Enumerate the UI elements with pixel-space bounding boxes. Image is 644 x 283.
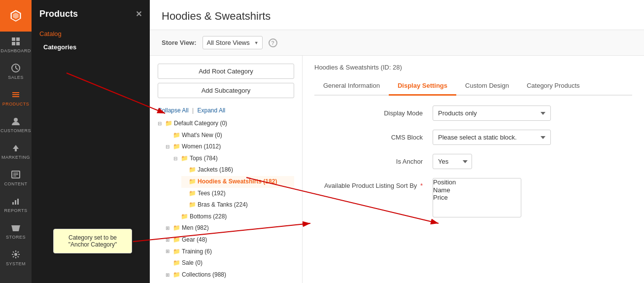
svg-line-7 <box>16 68 18 70</box>
sort-by-control: Position Name Price <box>433 178 632 217</box>
tab-display-settings[interactable]: Display Settings <box>389 77 456 96</box>
svg-rect-1 <box>12 37 15 41</box>
tree-item-promotions[interactable]: ⊞ 📁 Promotions (655) <box>166 281 294 283</box>
tree-item-jackets[interactable]: 📁 Jackets (186) <box>181 164 294 176</box>
sidebar-title: Products <box>39 9 78 19</box>
expand-all-link[interactable]: Expand All <box>198 107 226 114</box>
collapse-all-link[interactable]: Collapse All <box>158 107 189 114</box>
tree-links: Collapse All | Expand All <box>158 107 294 114</box>
page-title: Hoodies & Sweatshirts <box>150 0 644 30</box>
anchor-callout: Category set to be "Anchor Category" <box>53 229 132 253</box>
category-tree: ⊟ 📁 Default Category (0) 📁 What's New (0… <box>158 118 294 283</box>
sidebar-item-catalog[interactable]: Catalog <box>32 25 150 40</box>
content-area: Add Root Category Add Subcategory Collap… <box>150 56 644 283</box>
tree-item-bottoms[interactable]: 📁 Bottoms (228) <box>173 211 294 223</box>
svg-point-17 <box>14 253 17 256</box>
is-anchor-label: Is Anchor <box>314 154 423 165</box>
cms-block-row: CMS Block Please select a static block. <box>314 130 632 145</box>
toolbar: Store View: All Store Views ? <box>150 30 644 56</box>
nav-item-marketing[interactable]: MARKETING <box>0 138 32 165</box>
tab-general-information[interactable]: General Information <box>314 77 389 96</box>
right-panel: Hoodies & Sweatshirts (ID: 28) General I… <box>303 56 644 283</box>
category-id-title: Hoodies & Sweatshirts (ID: 28) <box>314 64 632 71</box>
tree-item-training[interactable]: ⊞ 📁 Training (6) <box>166 246 294 258</box>
help-icon[interactable]: ? <box>269 38 277 47</box>
tree-item-whatsnew[interactable]: 📁 What's New (0) <box>166 130 294 142</box>
logo <box>0 0 32 32</box>
tree-item-bras[interactable]: 📁 Bras & Tanks (224) <box>181 199 294 211</box>
main-content: Hoodies & Sweatshirts Store View: All St… <box>150 0 644 283</box>
display-mode-select[interactable]: Products only <box>433 106 551 121</box>
sort-by-row: Available Product Listing Sort By * Posi… <box>314 178 632 217</box>
nav-item-reports[interactable]: REPORTS <box>0 191 32 218</box>
sort-by-listbox[interactable]: Position Name Price <box>433 178 521 217</box>
nav-item-sales[interactable]: SALES <box>0 58 32 85</box>
tree-panel: Add Root Category Add Subcategory Collap… <box>150 56 303 283</box>
tab-bar: General Information Display Settings Cus… <box>314 77 632 96</box>
cms-block-label: CMS Block <box>314 130 423 141</box>
cms-block-select[interactable]: Please select a static block. <box>433 130 551 145</box>
tree-item-tees[interactable]: 📁 Tees (192) <box>181 188 294 200</box>
tab-category-products[interactable]: Category Products <box>518 77 589 96</box>
tree-item-sale[interactable]: 📁 Sale (0) <box>166 257 294 269</box>
display-mode-control: Products only <box>433 106 632 121</box>
nav-item-content[interactable]: CONTENT <box>0 165 32 191</box>
svg-rect-16 <box>17 199 19 205</box>
tree-item-collections[interactable]: ⊞ 📁 Collections (988) <box>166 269 294 281</box>
nav-item-system[interactable]: SYSTEM <box>0 245 32 271</box>
svg-rect-15 <box>15 200 16 205</box>
add-subcategory-button[interactable]: Add Subcategory <box>158 83 294 98</box>
sidebar-header: Products ✕ <box>32 0 150 25</box>
svg-rect-14 <box>12 202 14 205</box>
svg-rect-4 <box>16 42 20 45</box>
svg-rect-9 <box>15 149 17 151</box>
store-view-select-wrapper: All Store Views <box>203 36 263 49</box>
tab-custom-design[interactable]: Custom Design <box>456 77 518 96</box>
icon-nav: DASHBOARD SALES PRODUCTS CUSTOMERS MARKE… <box>0 0 32 283</box>
nav-item-stores[interactable]: STORES <box>0 218 32 245</box>
is-anchor-row: Is Anchor Yes No <box>314 154 632 169</box>
sidebar-close-button[interactable]: ✕ <box>136 9 142 19</box>
display-mode-row: Display Mode Products only <box>314 106 632 121</box>
is-anchor-select[interactable]: Yes No <box>433 154 472 169</box>
nav-item-dashboard[interactable]: DASHBOARD <box>0 32 32 58</box>
cms-block-control: Please select a static block. <box>433 130 632 145</box>
tree-item-women[interactable]: ⊟ 📁 Women (1012) <box>166 141 294 153</box>
svg-point-8 <box>14 118 18 122</box>
svg-rect-2 <box>16 37 20 41</box>
tree-item-gear[interactable]: ⊞ 📁 Gear (48) <box>166 234 294 246</box>
svg-rect-3 <box>12 42 15 45</box>
display-mode-label: Display Mode <box>314 106 423 117</box>
sort-by-label: Available Product Listing Sort By * <box>314 178 423 189</box>
is-anchor-control: Yes No <box>433 154 632 169</box>
tree-item-hoodies[interactable]: 📁 Hoodies & Sweatshirts (182) <box>181 176 294 188</box>
sidebar-item-categories[interactable]: Categories <box>32 40 150 54</box>
nav-item-customers[interactable]: CUSTOMERS <box>0 111 32 138</box>
required-indicator: * <box>420 182 423 189</box>
nav-item-products[interactable]: PRODUCTS <box>0 85 32 111</box>
display-settings-form: Display Mode Products only CMS Block Ple… <box>314 106 632 217</box>
tree-item-tops[interactable]: ⊟ 📁 Tops (784) <box>173 153 294 165</box>
add-root-category-button[interactable]: Add Root Category <box>158 64 294 79</box>
store-view-label: Store View: <box>162 39 197 46</box>
store-view-select[interactable]: All Store Views <box>203 36 263 49</box>
tree-item-default[interactable]: ⊟ 📁 Default Category (0) <box>158 118 294 130</box>
tree-item-men[interactable]: ⊞ 📁 Men (982) <box>166 222 294 234</box>
